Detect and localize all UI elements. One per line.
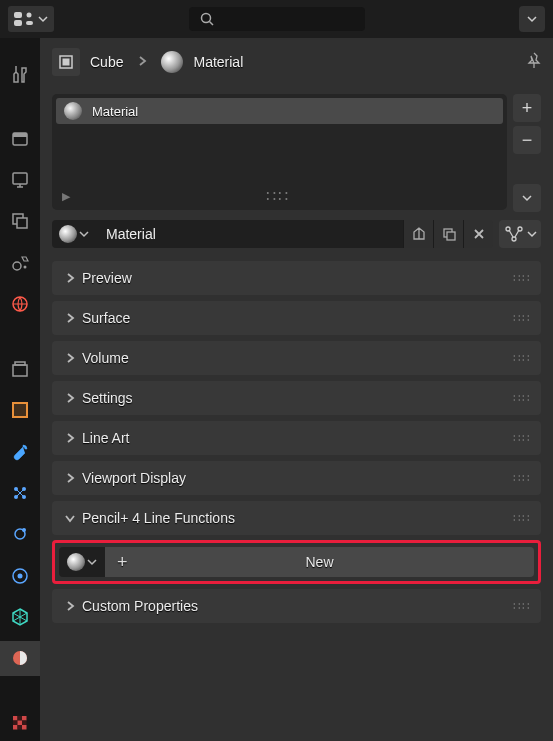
- grip-icon[interactable]: ∷∷: [513, 599, 531, 613]
- chevron-right-icon: [62, 272, 78, 284]
- editor-type-selector[interactable]: [8, 6, 54, 32]
- tab-scene[interactable]: [0, 245, 40, 280]
- panel-viewport-display[interactable]: Viewport Display ∷∷: [52, 461, 541, 495]
- object-icon[interactable]: [52, 48, 80, 76]
- pin-button[interactable]: [525, 51, 543, 73]
- svg-rect-28: [13, 721, 18, 726]
- options-dropdown[interactable]: [519, 6, 545, 32]
- svg-rect-26: [18, 716, 23, 721]
- svg-rect-14: [13, 365, 27, 376]
- breadcrumb: Cube Material: [40, 38, 553, 86]
- svg-rect-15: [15, 362, 25, 365]
- breadcrumb-material-name[interactable]: Material: [193, 54, 243, 70]
- chevron-right-icon: [62, 352, 78, 364]
- grip-icon[interactable]: ∷∷: [513, 311, 531, 325]
- search-input[interactable]: [189, 7, 365, 31]
- duplicate-button[interactable]: [433, 220, 463, 248]
- fake-user-button[interactable]: [403, 220, 433, 248]
- properties-tabs: [0, 38, 40, 741]
- node-editor-button[interactable]: [499, 220, 541, 248]
- tab-output[interactable]: [0, 162, 40, 197]
- panel-title: Preview: [82, 270, 132, 286]
- chevron-right-icon: [62, 472, 78, 484]
- panel-surface[interactable]: Surface ∷∷: [52, 301, 541, 335]
- chevron-right-icon: [62, 600, 78, 612]
- tab-constraints[interactable]: [0, 558, 40, 593]
- tab-particles[interactable]: [0, 475, 40, 510]
- tab-physics[interactable]: [0, 517, 40, 552]
- panel-title: Viewport Display: [82, 470, 186, 486]
- unlink-button[interactable]: [463, 220, 493, 248]
- svg-rect-27: [22, 716, 27, 721]
- new-line-functions-button[interactable]: + New: [105, 547, 534, 577]
- chevron-right-icon: [62, 432, 78, 444]
- material-slot-list[interactable]: Material ▶ ∷∷: [52, 94, 507, 210]
- material-datablock-selector[interactable]: Material: [52, 220, 493, 248]
- slot-specials-dropdown[interactable]: [513, 184, 541, 212]
- svg-rect-30: [22, 721, 27, 726]
- tab-texture[interactable]: [0, 706, 40, 741]
- tab-object[interactable]: [0, 393, 40, 428]
- svg-rect-7: [13, 133, 27, 137]
- spacer: [0, 682, 40, 700]
- svg-point-11: [13, 262, 21, 270]
- panel-title: Custom Properties: [82, 598, 198, 614]
- tab-world[interactable]: [0, 286, 40, 321]
- new-line-functions-highlight: + New: [52, 540, 541, 584]
- spacer: [0, 328, 40, 346]
- svg-rect-37: [447, 232, 455, 240]
- grip-icon[interactable]: ∷∷: [513, 391, 531, 405]
- tab-data[interactable]: [0, 599, 40, 634]
- tab-render[interactable]: [0, 121, 40, 156]
- new-button-label: New: [305, 554, 333, 570]
- chevron-down-icon: [527, 229, 537, 239]
- object-icon: [12, 402, 28, 418]
- panel-custom-properties[interactable]: Custom Properties ∷∷: [52, 589, 541, 623]
- plus-icon: +: [117, 552, 128, 573]
- panel-preview[interactable]: Preview ∷∷: [52, 261, 541, 295]
- remove-slot-button[interactable]: −: [513, 126, 541, 154]
- svg-rect-31: [13, 725, 18, 730]
- svg-rect-0: [14, 12, 22, 18]
- grip-icon[interactable]: ∷∷: [513, 511, 531, 525]
- breadcrumb-object-name[interactable]: Cube: [90, 54, 123, 70]
- material-slot-name: Material: [92, 104, 138, 119]
- svg-rect-3: [26, 21, 33, 25]
- chevron-right-icon: [62, 392, 78, 404]
- line-functions-browse-button[interactable]: [59, 547, 105, 577]
- material-browse-button[interactable]: [52, 220, 96, 248]
- svg-rect-33: [22, 725, 27, 730]
- svg-rect-1: [14, 20, 22, 26]
- panel-title: Pencil+ 4 Line Functions: [82, 510, 235, 526]
- panel-volume[interactable]: Volume ∷∷: [52, 341, 541, 375]
- panel-line-art[interactable]: Line Art ∷∷: [52, 421, 541, 455]
- tab-viewlayer[interactable]: [0, 204, 40, 239]
- chevron-down-icon: [62, 513, 78, 523]
- grip-icon[interactable]: ∷∷: [513, 431, 531, 445]
- chevron-right-icon: [137, 53, 147, 71]
- grip-icon[interactable]: ∷∷: [513, 471, 531, 485]
- grip-icon[interactable]: ∷∷: [266, 187, 290, 206]
- panel-pencil-line-functions[interactable]: Pencil+ 4 Line Functions ∷∷: [52, 501, 541, 535]
- tab-material[interactable]: [0, 641, 40, 676]
- panel-settings[interactable]: Settings ∷∷: [52, 381, 541, 415]
- tab-modifiers[interactable]: [0, 434, 40, 469]
- spacer: [0, 97, 40, 115]
- svg-rect-35: [63, 59, 70, 66]
- add-slot-button[interactable]: +: [513, 94, 541, 122]
- chevron-down-icon: [79, 229, 89, 239]
- grip-icon[interactable]: ∷∷: [513, 351, 531, 365]
- grip-icon[interactable]: ∷∷: [513, 271, 531, 285]
- svg-point-12: [24, 265, 27, 268]
- chevron-down-icon: [87, 557, 97, 567]
- svg-rect-25: [13, 716, 18, 721]
- chevron-down-icon: [527, 14, 537, 24]
- tab-tool[interactable]: [0, 56, 40, 91]
- properties-icon: [14, 11, 34, 27]
- svg-point-23: [18, 573, 23, 578]
- tab-collection[interactable]: [0, 351, 40, 386]
- expand-list-icon[interactable]: ▶: [62, 190, 70, 203]
- material-sphere-icon: [59, 225, 77, 243]
- material-slot-item[interactable]: Material: [56, 98, 503, 124]
- material-name-field[interactable]: Material: [96, 220, 403, 248]
